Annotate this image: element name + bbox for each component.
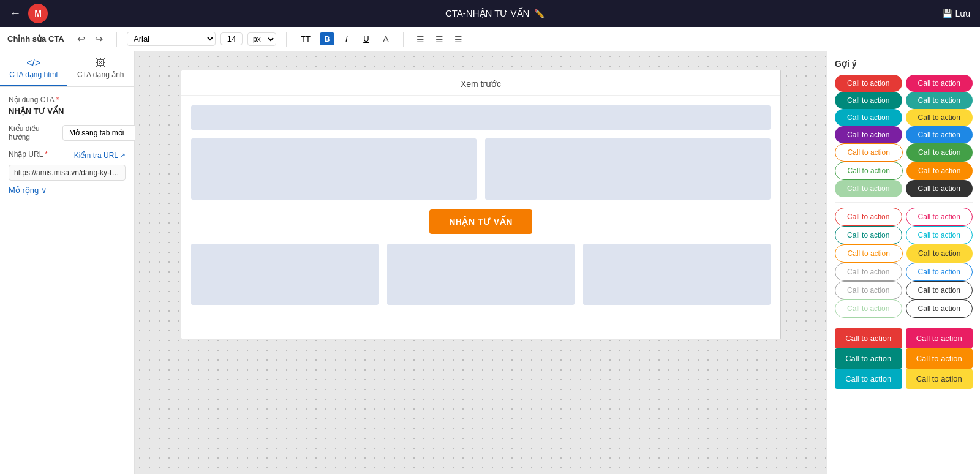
cta-style-blue-solid[interactable]: Call to action [906, 126, 973, 143]
cta-pill-teal[interactable]: Call to action [835, 348, 902, 369]
preview-two-col [191, 138, 771, 200]
undo-button[interactable]: ↩ [74, 31, 89, 47]
preview-col-2 [387, 244, 575, 305]
back-button[interactable]: ← [10, 7, 21, 20]
preview-col-left [191, 138, 477, 200]
preview-frame: Xem trước NHẬN TƯ VẤN [181, 70, 781, 339]
required-marker: * [56, 96, 59, 104]
cta-style-yellow-solid[interactable]: Call to action [906, 109, 973, 126]
underline-button[interactable]: U [359, 32, 374, 45]
url-label: Nhập URL * [9, 150, 48, 159]
aa-format-button[interactable]: A [379, 32, 393, 46]
cta-outline-red[interactable]: Call to action [835, 208, 902, 226]
cta-style-lightgreen-solid[interactable]: Call to action [835, 180, 902, 197]
cta-outline-dark[interactable]: Call to action [906, 281, 973, 299]
cta-outline-pink[interactable]: Call to action [906, 208, 973, 226]
tab-image-cta[interactable]: 🖼 CTA dạng ảnh [67, 51, 135, 86]
cta-style-cyan-solid[interactable]: Call to action [835, 109, 902, 126]
cta-pill-red[interactable]: Call to action [835, 328, 902, 348]
sidebar-body: Nội dung CTA * NHẬN TƯ VẤN Kiểu điều hướ… [0, 87, 134, 474]
toolbar-title: Chỉnh sửa CTA [7, 34, 69, 43]
tt-format-button[interactable]: TT [296, 32, 315, 45]
cta-row-7: Call to action Call to action [835, 180, 973, 197]
cta-outline-gray-2[interactable]: Call to action [835, 281, 902, 299]
cta-row-1: Call to action Call to action [835, 75, 973, 92]
toolbar-separator-1 [116, 32, 117, 47]
preview-col-right [485, 138, 771, 200]
cta-style-teal2-solid[interactable]: Call to action [906, 92, 973, 109]
align-left-button[interactable]: ☰ [413, 33, 428, 45]
cta-pill-yellow[interactable]: Call to action [906, 369, 973, 389]
cta-style-teal-solid[interactable]: Call to action [835, 92, 902, 109]
cta-row-15: Call to action Call to action [835, 348, 973, 369]
cta-outline-blue[interactable]: Call to action [906, 263, 973, 281]
cta-style-orange-solid[interactable]: Call to action [907, 162, 973, 180]
font-size-input[interactable] [221, 32, 243, 45]
cta-outline-gray[interactable]: Call to action [835, 263, 902, 281]
cta-outline-cyan[interactable]: Call to action [906, 226, 973, 244]
toolbar-separator-3 [403, 32, 404, 47]
undo-redo-actions: ↩ ↪ [74, 31, 107, 47]
cta-row-8: Call to action Call to action [835, 208, 973, 226]
italic-button[interactable]: I [339, 32, 354, 45]
cta-row-16: Call to action Call to action [835, 369, 973, 389]
chevron-down-icon: ∨ [41, 186, 47, 195]
cta-row-10: Call to action Call to action [835, 244, 973, 263]
cta-outline-lightgreen[interactable]: Call to action [835, 299, 902, 318]
divider-2 [835, 323, 973, 323]
bold-button[interactable]: B [320, 32, 334, 45]
align-right-button[interactable]: ☰ [451, 33, 466, 45]
preview-col-1 [191, 244, 379, 305]
url-input[interactable] [9, 165, 126, 181]
toolbar-separator-2 [286, 32, 287, 47]
cta-row-6: Call to action Call to action [835, 162, 973, 180]
app-logo: M [28, 4, 48, 23]
cta-style-dark-solid[interactable]: Call to action [906, 180, 973, 197]
right-sidebar: Gợi ý Call to action Call to action Call… [827, 51, 980, 474]
cta-style-green-outline[interactable]: Call to action [835, 162, 903, 180]
cta-pill-pink[interactable]: Call to action [906, 328, 973, 348]
expand-row[interactable]: Mở rộng ∨ [9, 186, 126, 195]
edit-title-icon[interactable]: ✏️ [534, 9, 545, 18]
content-label: Nội dung CTA * [9, 96, 126, 104]
sidebar-tabs: </> CTA dạng html 🖼 CTA dạng ảnh [0, 51, 134, 87]
cta-yellow-2[interactable]: Call to action [907, 244, 973, 263]
preview-three-col [191, 244, 771, 305]
page-title: CTA-NHẬN TƯ VẤN ✏️ [445, 8, 545, 19]
cta-outline-orange[interactable]: Call to action [835, 244, 903, 263]
check-url-link[interactable]: Kiểm tra URL ↗ [74, 151, 126, 160]
cta-style-purple-solid[interactable]: Call to action [835, 126, 902, 143]
main-layout: </> CTA dạng html 🖼 CTA dạng ảnh Nội dun… [0, 51, 980, 474]
image-tab-icon: 🖼 [96, 58, 105, 69]
cta-pill-cyan[interactable]: Call to action [835, 369, 902, 389]
preview-title: Xem trước [181, 70, 780, 96]
html-tab-icon: </> [26, 58, 40, 69]
save-button[interactable]: 💾 Lưu [942, 9, 970, 18]
cta-row-11: Call to action Call to action [835, 263, 973, 281]
cta-style-orange-outline[interactable]: Call to action [835, 143, 903, 162]
cta-row-4: Call to action Call to action [835, 126, 973, 143]
align-center-button[interactable]: ☰ [432, 33, 447, 45]
direction-row: Kiểu điều hướng Mở sang tab mới Mở trong… [9, 124, 126, 141]
tab-html-cta[interactable]: </> CTA dạng html [0, 51, 67, 86]
redo-button[interactable]: ↪ [91, 31, 107, 47]
cta-style-pink-solid[interactable]: Call to action [906, 75, 973, 92]
preview-col-3 [583, 244, 771, 305]
cta-outline-teal[interactable]: Call to action [835, 226, 902, 244]
content-value: NHẬN TƯ VẤN [9, 107, 126, 116]
font-unit-select[interactable]: px em pt [247, 32, 276, 46]
cta-row-12: Call to action Call to action [835, 281, 973, 299]
preview-cta-button[interactable]: NHẬN TƯ VẤN [429, 209, 532, 234]
cta-row-3: Call to action Call to action [835, 109, 973, 126]
cta-style-red-solid[interactable]: Call to action [835, 75, 902, 92]
save-icon: 💾 [942, 9, 952, 18]
cta-outline-dark-2[interactable]: Call to action [906, 299, 973, 318]
cta-row-9: Call to action Call to action [835, 226, 973, 244]
font-family-select[interactable]: Arial Times New Roman Helvetica [127, 32, 216, 46]
cta-style-green-solid[interactable]: Call to action [907, 143, 973, 162]
preview-btn-row: NHẬN TƯ VẤN [191, 209, 771, 234]
left-sidebar: </> CTA dạng html 🖼 CTA dạng ảnh Nội dun… [0, 51, 135, 474]
cta-pill-orange[interactable]: Call to action [906, 348, 973, 369]
toolbar: Chỉnh sửa CTA ↩ ↪ Arial Times New Roman … [0, 27, 980, 51]
top-bar-left: ← M [10, 4, 48, 23]
